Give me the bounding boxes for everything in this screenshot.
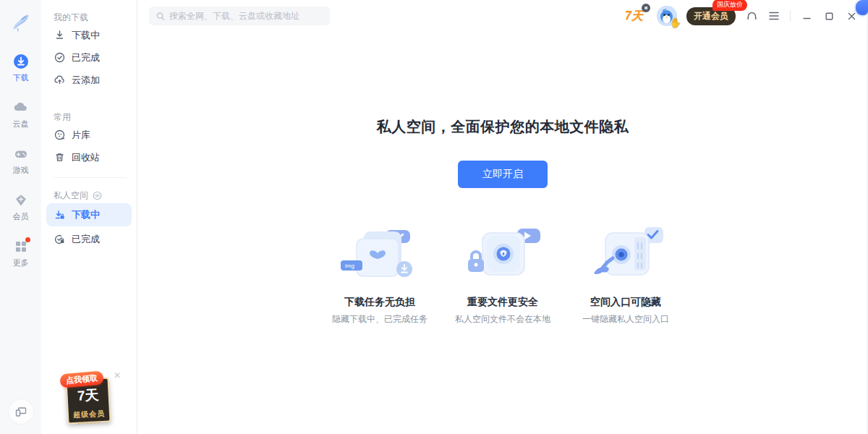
sidebar-divider [54,177,127,178]
download-lock-icon [54,209,65,221]
download-circle-icon [13,54,29,69]
promo-divider [74,407,103,408]
vault-illustration [564,223,687,286]
sidebar-item-private-downloading[interactable]: 下载中 [46,203,132,226]
gem-icon [13,192,29,208]
minimize-button[interactable] [800,9,813,22]
promo-vip-label: 超级会员 [73,409,106,420]
check-circle-icon [54,52,65,64]
rail-item-membership[interactable]: 会员 [3,192,39,222]
hamburger-icon [768,11,780,21]
promo-close-icon[interactable]: ✕ [114,371,121,380]
phone-monitor-icon [14,405,27,418]
sidebar-item-label: 下载中 [72,208,100,221]
feature-title: 空间入口可隐藏 [564,296,687,309]
rail-label: 下载 [13,72,29,83]
trash-icon [54,152,65,163]
check-lock-icon [54,234,65,245]
section-header-common: 常用 [41,111,137,124]
rail-item-download[interactable]: 下载 [3,54,39,83]
sidebar-item-label: 回收站 [72,151,100,164]
rail-label: 云盘 [13,119,29,129]
page-title: 私人空间，全面保护您的本地文件隐私 [137,117,868,137]
rail-label: 会员 [13,211,29,222]
section-header-label: 私人空间 [54,190,88,202]
sidebar-item-label: 已完成 [72,233,100,246]
trial-badge[interactable]: 7天 × [625,9,647,24]
device-transfer-button[interactable] [9,399,33,424]
feature-title: 重要文件更安全 [441,296,564,309]
img-tag-text: img [345,263,354,269]
customer-service-button[interactable] [745,9,758,22]
sidebar-item-downloading[interactable]: 下载中 [41,24,137,46]
cloud-icon [13,100,29,116]
download-icon [54,30,65,41]
section-header-label: 常用 [54,111,71,124]
sidebar-item-completed[interactable]: 已完成 [41,46,137,69]
enable-now-button[interactable]: 立即开启 [458,161,548,188]
sidebar-item-recycle-bin[interactable]: 回收站 [41,146,137,169]
feature-list: img 下载任务无负担 隐藏下载中、已完成任务 [137,223,868,326]
feature-subtitle: 隐藏下载中、已完成任务 [318,313,441,326]
gamepad-icon [13,146,29,162]
sidebar-item-label: 云添加 [72,74,100,87]
section-header-my-downloads: 我的下载 [41,11,137,24]
headset-icon [746,10,758,22]
open-vip-label: 开通会员 [694,11,728,21]
topbar-right: 7天 × ✋ 国庆放价 [625,6,858,26]
user-avatar[interactable]: ✋ [657,6,677,26]
notification-dot [25,237,30,242]
feature-download-tasks: img 下载任务无负担 隐藏下载中、已完成任务 [318,223,441,326]
trial-close-icon[interactable]: × [642,4,650,12]
maximize-button[interactable] [822,9,835,22]
feature-hidden-entry: 空间入口可隐藏 一键隐藏私人空间入口 [564,223,687,326]
sidebar-item-cloud-add[interactable]: 云添加 [41,69,137,91]
section-header-label: 我的下载 [54,12,88,24]
sidebar-item-film-library[interactable]: 片库 [41,124,137,146]
main-area: 7天 × ✋ 国庆放价 [137,0,868,434]
sidebar: 我的下载 下载中 已完成 云添加 常用 片库 [41,0,137,434]
hand-cursor-icon: ✋ [670,17,681,28]
topbar-separator [790,11,791,21]
sidebar-item-private-completed[interactable]: 已完成 [41,228,137,250]
minimize-icon [802,12,812,21]
trial-badge-label: 7天 [625,9,643,22]
main-menu-button[interactable] [767,9,780,22]
search-input[interactable] [169,11,323,21]
feature-subtitle: 私人空间文件不会在本地 [441,313,564,326]
maximize-icon [825,12,834,21]
private-space-hero: 私人空间，全面保护您的本地文件隐私 立即开启 [137,117,868,188]
left-rail: 下载 云盘 游戏 会员 [0,0,41,434]
sidebar-item-label: 片库 [72,129,90,142]
feature-subtitle: 一键隐藏私人空间入口 [564,313,687,326]
promo-days: 7天 [77,386,99,406]
feature-file-safety: 重要文件更安全 私人空间文件不会在本地 [441,223,564,326]
film-reel-icon [54,129,65,141]
topbar: 7天 × ✋ 国庆放价 [137,0,868,32]
xunlei-logo-icon [7,9,35,38]
promo-vip-en-label: SUPERVIP [77,420,101,425]
cloud-upload-icon [54,75,65,86]
search-icon [156,12,165,21]
open-vip-button[interactable]: 国庆放价 开通会员 [686,7,736,25]
search-box[interactable] [149,7,330,25]
sidebar-item-label: 已完成 [72,51,100,64]
sidebar-item-label: 下载中 [72,29,100,42]
rail-nav: 下载 云盘 游戏 会员 [3,54,39,268]
rail-item-cloud-drive[interactable]: 云盘 [3,100,39,129]
floating-edge-widget[interactable] [856,0,868,15]
rail-item-games[interactable]: 游戏 [3,146,39,176]
rail-label: 更多 [13,258,29,268]
section-header-private-space: 私人空间 [41,189,137,202]
app-window: 下载 云盘 游戏 会员 [0,0,868,434]
vip-promo-banner[interactable]: ✕ 点我领取 7天 超级会员 SUPERVIP [60,374,116,423]
feature-title: 下载任务无负担 [318,296,441,309]
rail-label: 游戏 [13,165,29,176]
folders-illustration: img [318,223,441,286]
visibility-eye-icon[interactable] [93,191,102,200]
rail-item-more[interactable]: 更多 [3,239,39,268]
close-icon [847,12,856,21]
safe-cube-illustration [441,223,564,286]
grid-more-icon [13,239,29,255]
vip-promo-badge: 国庆放价 [712,0,747,11]
